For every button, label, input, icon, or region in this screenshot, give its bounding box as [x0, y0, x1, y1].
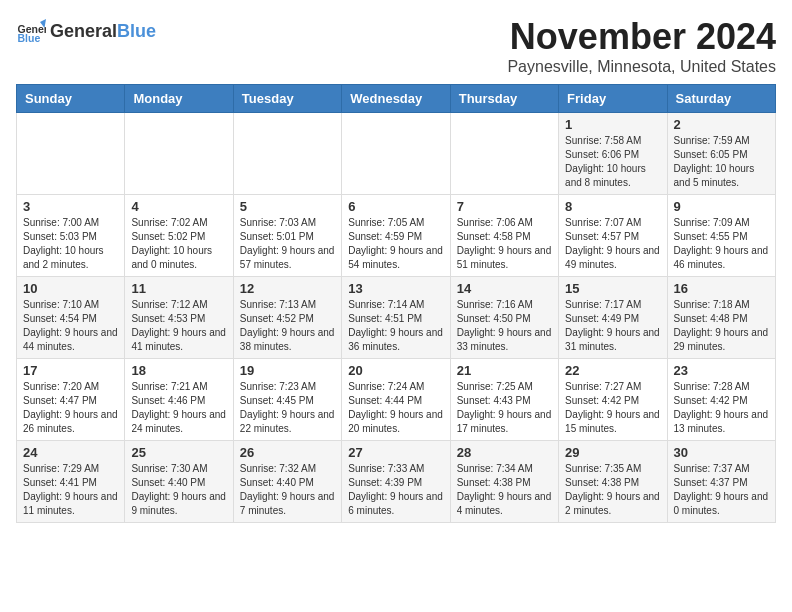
- day-info: Sunrise: 7:02 AM Sunset: 5:02 PM Dayligh…: [131, 216, 226, 272]
- calendar-cell: 20Sunrise: 7:24 AM Sunset: 4:44 PM Dayli…: [342, 359, 450, 441]
- day-info: Sunrise: 7:00 AM Sunset: 5:03 PM Dayligh…: [23, 216, 118, 272]
- calendar-cell: 9Sunrise: 7:09 AM Sunset: 4:55 PM Daylig…: [667, 195, 775, 277]
- day-number: 12: [240, 281, 335, 296]
- calendar-cell: [450, 113, 558, 195]
- day-number: 14: [457, 281, 552, 296]
- day-info: Sunrise: 7:20 AM Sunset: 4:47 PM Dayligh…: [23, 380, 118, 436]
- calendar-cell: 28Sunrise: 7:34 AM Sunset: 4:38 PM Dayli…: [450, 441, 558, 523]
- calendar-cell: 18Sunrise: 7:21 AM Sunset: 4:46 PM Dayli…: [125, 359, 233, 441]
- calendar-cell: 13Sunrise: 7:14 AM Sunset: 4:51 PM Dayli…: [342, 277, 450, 359]
- day-number: 23: [674, 363, 769, 378]
- calendar-cell: 24Sunrise: 7:29 AM Sunset: 4:41 PM Dayli…: [17, 441, 125, 523]
- logo-general: General: [50, 21, 117, 42]
- day-number: 4: [131, 199, 226, 214]
- calendar-cell: 2Sunrise: 7:59 AM Sunset: 6:05 PM Daylig…: [667, 113, 775, 195]
- week-row-5: 24Sunrise: 7:29 AM Sunset: 4:41 PM Dayli…: [17, 441, 776, 523]
- day-number: 9: [674, 199, 769, 214]
- day-number: 2: [674, 117, 769, 132]
- day-number: 21: [457, 363, 552, 378]
- calendar-cell: 12Sunrise: 7:13 AM Sunset: 4:52 PM Dayli…: [233, 277, 341, 359]
- calendar-cell: 10Sunrise: 7:10 AM Sunset: 4:54 PM Dayli…: [17, 277, 125, 359]
- calendar-cell: 17Sunrise: 7:20 AM Sunset: 4:47 PM Dayli…: [17, 359, 125, 441]
- day-info: Sunrise: 7:21 AM Sunset: 4:46 PM Dayligh…: [131, 380, 226, 436]
- day-number: 5: [240, 199, 335, 214]
- week-row-2: 3Sunrise: 7:00 AM Sunset: 5:03 PM Daylig…: [17, 195, 776, 277]
- calendar-cell: 5Sunrise: 7:03 AM Sunset: 5:01 PM Daylig…: [233, 195, 341, 277]
- day-number: 13: [348, 281, 443, 296]
- day-info: Sunrise: 7:24 AM Sunset: 4:44 PM Dayligh…: [348, 380, 443, 436]
- header-saturday: Saturday: [667, 85, 775, 113]
- day-number: 10: [23, 281, 118, 296]
- calendar-cell: [17, 113, 125, 195]
- day-number: 26: [240, 445, 335, 460]
- calendar-cell: 30Sunrise: 7:37 AM Sunset: 4:37 PM Dayli…: [667, 441, 775, 523]
- day-number: 11: [131, 281, 226, 296]
- calendar-cell: 29Sunrise: 7:35 AM Sunset: 4:38 PM Dayli…: [559, 441, 667, 523]
- calendar-cell: 4Sunrise: 7:02 AM Sunset: 5:02 PM Daylig…: [125, 195, 233, 277]
- day-number: 8: [565, 199, 660, 214]
- day-info: Sunrise: 7:37 AM Sunset: 4:37 PM Dayligh…: [674, 462, 769, 518]
- calendar-cell: [125, 113, 233, 195]
- calendar-cell: 3Sunrise: 7:00 AM Sunset: 5:03 PM Daylig…: [17, 195, 125, 277]
- title-area: November 2024 Paynesville, Minnesota, Un…: [507, 16, 776, 76]
- day-info: Sunrise: 7:16 AM Sunset: 4:50 PM Dayligh…: [457, 298, 552, 354]
- calendar-cell: 19Sunrise: 7:23 AM Sunset: 4:45 PM Dayli…: [233, 359, 341, 441]
- location-title: Paynesville, Minnesota, United States: [507, 58, 776, 76]
- day-info: Sunrise: 7:32 AM Sunset: 4:40 PM Dayligh…: [240, 462, 335, 518]
- day-number: 29: [565, 445, 660, 460]
- day-number: 3: [23, 199, 118, 214]
- day-info: Sunrise: 7:25 AM Sunset: 4:43 PM Dayligh…: [457, 380, 552, 436]
- calendar-cell: 21Sunrise: 7:25 AM Sunset: 4:43 PM Dayli…: [450, 359, 558, 441]
- day-info: Sunrise: 7:28 AM Sunset: 4:42 PM Dayligh…: [674, 380, 769, 436]
- day-number: 19: [240, 363, 335, 378]
- calendar-cell: 8Sunrise: 7:07 AM Sunset: 4:57 PM Daylig…: [559, 195, 667, 277]
- day-info: Sunrise: 7:05 AM Sunset: 4:59 PM Dayligh…: [348, 216, 443, 272]
- day-number: 15: [565, 281, 660, 296]
- day-number: 16: [674, 281, 769, 296]
- day-info: Sunrise: 7:59 AM Sunset: 6:05 PM Dayligh…: [674, 134, 769, 190]
- day-info: Sunrise: 7:12 AM Sunset: 4:53 PM Dayligh…: [131, 298, 226, 354]
- calendar-cell: 6Sunrise: 7:05 AM Sunset: 4:59 PM Daylig…: [342, 195, 450, 277]
- day-number: 25: [131, 445, 226, 460]
- day-number: 27: [348, 445, 443, 460]
- day-info: Sunrise: 7:18 AM Sunset: 4:48 PM Dayligh…: [674, 298, 769, 354]
- day-info: Sunrise: 7:33 AM Sunset: 4:39 PM Dayligh…: [348, 462, 443, 518]
- day-number: 1: [565, 117, 660, 132]
- day-info: Sunrise: 7:17 AM Sunset: 4:49 PM Dayligh…: [565, 298, 660, 354]
- month-title: November 2024: [507, 16, 776, 58]
- header-tuesday: Tuesday: [233, 85, 341, 113]
- calendar-cell: 25Sunrise: 7:30 AM Sunset: 4:40 PM Dayli…: [125, 441, 233, 523]
- calendar-cell: 7Sunrise: 7:06 AM Sunset: 4:58 PM Daylig…: [450, 195, 558, 277]
- calendar-cell: 16Sunrise: 7:18 AM Sunset: 4:48 PM Dayli…: [667, 277, 775, 359]
- day-info: Sunrise: 7:34 AM Sunset: 4:38 PM Dayligh…: [457, 462, 552, 518]
- day-info: Sunrise: 7:58 AM Sunset: 6:06 PM Dayligh…: [565, 134, 660, 190]
- day-number: 22: [565, 363, 660, 378]
- calendar: SundayMondayTuesdayWednesdayThursdayFrid…: [16, 84, 776, 523]
- header-sunday: Sunday: [17, 85, 125, 113]
- week-row-4: 17Sunrise: 7:20 AM Sunset: 4:47 PM Dayli…: [17, 359, 776, 441]
- calendar-cell: 14Sunrise: 7:16 AM Sunset: 4:50 PM Dayli…: [450, 277, 558, 359]
- calendar-cell: 11Sunrise: 7:12 AM Sunset: 4:53 PM Dayli…: [125, 277, 233, 359]
- day-info: Sunrise: 7:13 AM Sunset: 4:52 PM Dayligh…: [240, 298, 335, 354]
- logo-icon: General Blue: [16, 16, 46, 46]
- day-number: 18: [131, 363, 226, 378]
- header: General Blue GeneralBlue November 2024 P…: [16, 16, 776, 76]
- day-number: 30: [674, 445, 769, 460]
- day-info: Sunrise: 7:07 AM Sunset: 4:57 PM Dayligh…: [565, 216, 660, 272]
- day-info: Sunrise: 7:23 AM Sunset: 4:45 PM Dayligh…: [240, 380, 335, 436]
- svg-text:Blue: Blue: [18, 32, 41, 44]
- day-number: 28: [457, 445, 552, 460]
- day-info: Sunrise: 7:35 AM Sunset: 4:38 PM Dayligh…: [565, 462, 660, 518]
- calendar-cell: 22Sunrise: 7:27 AM Sunset: 4:42 PM Dayli…: [559, 359, 667, 441]
- day-info: Sunrise: 7:03 AM Sunset: 5:01 PM Dayligh…: [240, 216, 335, 272]
- header-monday: Monday: [125, 85, 233, 113]
- calendar-cell: 1Sunrise: 7:58 AM Sunset: 6:06 PM Daylig…: [559, 113, 667, 195]
- calendar-cell: 27Sunrise: 7:33 AM Sunset: 4:39 PM Dayli…: [342, 441, 450, 523]
- calendar-cell: 23Sunrise: 7:28 AM Sunset: 4:42 PM Dayli…: [667, 359, 775, 441]
- day-number: 6: [348, 199, 443, 214]
- calendar-cell: [233, 113, 341, 195]
- week-row-3: 10Sunrise: 7:10 AM Sunset: 4:54 PM Dayli…: [17, 277, 776, 359]
- header-wednesday: Wednesday: [342, 85, 450, 113]
- day-info: Sunrise: 7:27 AM Sunset: 4:42 PM Dayligh…: [565, 380, 660, 436]
- day-info: Sunrise: 7:06 AM Sunset: 4:58 PM Dayligh…: [457, 216, 552, 272]
